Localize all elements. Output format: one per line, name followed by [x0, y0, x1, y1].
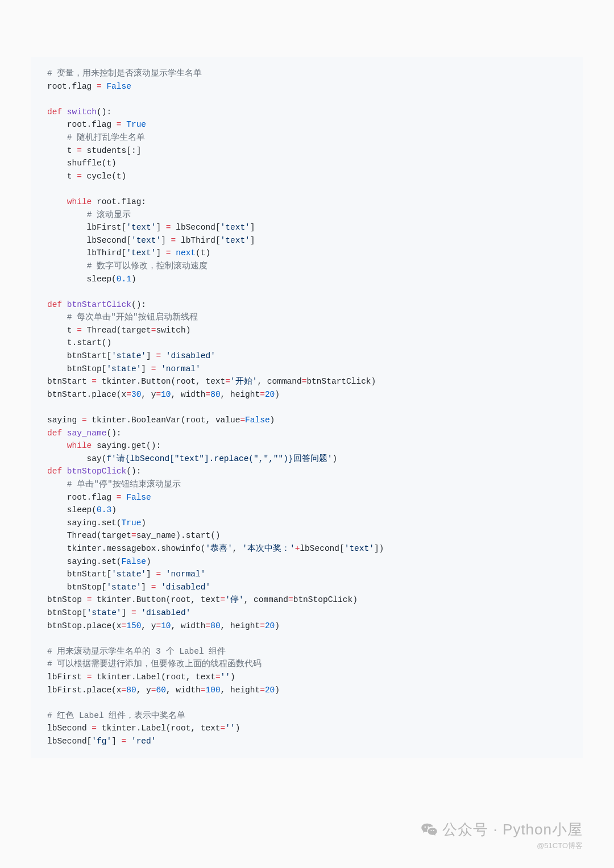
watermark-line1: 公众号 · Python小屋 — [421, 820, 583, 840]
watermark-text: 公众号 · Python小屋 — [442, 820, 583, 840]
code-block: # 变量，用来控制是否滚动显示学生名单 root.flag = False de… — [31, 57, 583, 758]
watermark: 公众号 · Python小屋 @51CTO博客 — [421, 820, 583, 851]
watermark-attribution: @51CTO博客 — [421, 841, 583, 851]
wechat-icon — [421, 821, 438, 838]
